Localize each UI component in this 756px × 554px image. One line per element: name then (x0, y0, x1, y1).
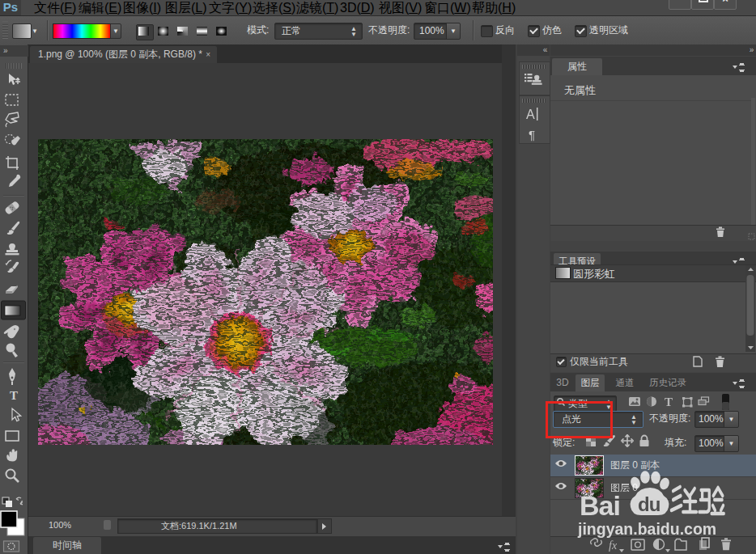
svg-text:jingyan.baidu.com: jingyan.baidu.com (577, 520, 716, 538)
svg-text:du: du (638, 493, 660, 515)
svg-text:Bai: Bai (580, 490, 620, 521)
